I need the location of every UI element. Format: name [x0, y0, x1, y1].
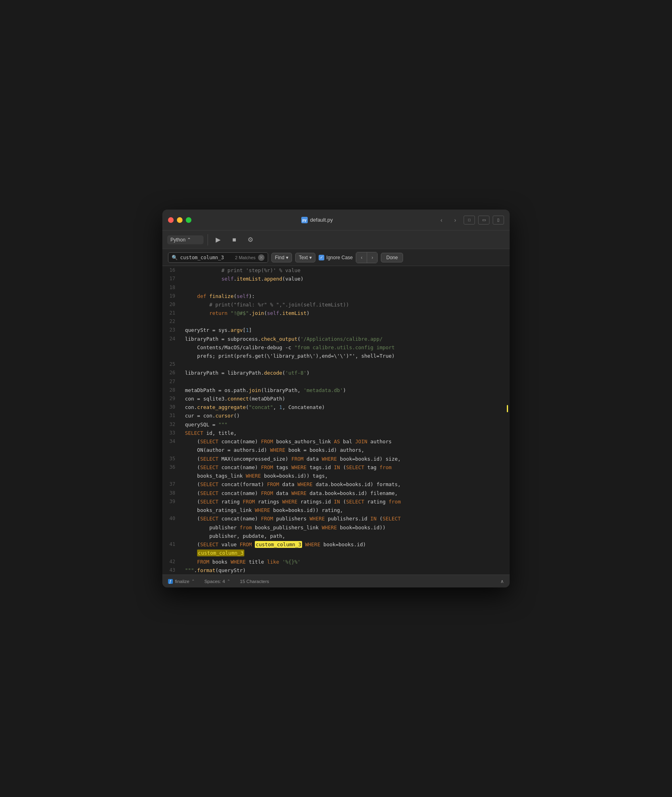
- code-container: 16 # print 'step(%r)' % value 17 self.it…: [162, 266, 510, 575]
- code-line-40c: publisher, pubdate, path,: [162, 532, 510, 540]
- code-line-21: 21 return "!@#$".join(self.itemList): [162, 309, 510, 317]
- line-content: [182, 283, 510, 292]
- file-type-icon: py: [301, 217, 308, 223]
- up-arrow-btn[interactable]: ∧: [500, 579, 504, 584]
- code-line-24b: Contents/MacOS/calibre-debug -c "from ca…: [162, 343, 510, 352]
- run-button[interactable]: ▶: [212, 234, 224, 245]
- forward-nav-icon[interactable]: ›: [450, 216, 460, 224]
- split-horiz-btn[interactable]: ▭: [478, 216, 489, 224]
- line-number: 19: [162, 292, 182, 300]
- chars-indicator[interactable]: 15 Characters: [240, 579, 269, 584]
- text-type-dropdown[interactable]: Text ▾: [295, 253, 315, 262]
- line-number: 16: [162, 266, 182, 275]
- single-pane-btn[interactable]: □: [464, 216, 475, 224]
- code-line-18: 18: [162, 283, 510, 292]
- search-box: 🔍 2 Matches ✕: [168, 252, 268, 263]
- language-selector[interactable]: Python ⌃: [167, 235, 204, 244]
- line-content: libraryPath = libraryPath.decode('utf-8'…: [182, 369, 510, 377]
- code-line-25: 25: [162, 360, 510, 369]
- code-line-38: 38 (SELECT concat(name) FROM data WHERE …: [162, 489, 510, 497]
- dropdown-arrow-icon: ▾: [309, 255, 312, 260]
- line-number: 35: [162, 455, 182, 463]
- line-number: [162, 446, 182, 454]
- line-content: (SELECT concat(format) FROM data WHERE d…: [182, 480, 510, 489]
- stop-button[interactable]: ■: [228, 234, 240, 245]
- clear-search-button[interactable]: ✕: [258, 254, 265, 261]
- find-navigation: ‹ ›: [356, 252, 378, 263]
- function-indicator[interactable]: ƒ finalize ⌃: [168, 579, 195, 584]
- done-button[interactable]: Done: [381, 253, 403, 262]
- language-label: Python: [170, 237, 185, 243]
- line-content: Contents/MacOS/calibre-debug -c "from ca…: [182, 343, 510, 352]
- find-type-dropdown[interactable]: Find ▾: [271, 253, 292, 262]
- line-number: 38: [162, 489, 182, 497]
- code-line-34: 34 (SELECT concat(name) FROM books_autho…: [162, 437, 510, 446]
- window-controls: ‹ › □ ▭ ▯: [436, 216, 504, 224]
- find-label: Find: [275, 255, 284, 260]
- line-number: [162, 352, 182, 360]
- line-number: 30: [162, 403, 182, 411]
- match-count: 2 Matches: [235, 255, 256, 260]
- minimize-button[interactable]: [177, 217, 183, 223]
- code-line-23: 23 queryStr = sys.argv[1]: [162, 326, 510, 334]
- code-line-31: 31 cur = con.cursor(): [162, 411, 510, 420]
- spaces-indicator[interactable]: Spaces: 4 ⌃: [204, 579, 230, 584]
- line-number: 25: [162, 360, 182, 369]
- find-next-button[interactable]: ›: [367, 252, 377, 263]
- line-content: custom_column_3: [182, 549, 510, 557]
- line-number: 36: [162, 463, 182, 472]
- line-content: metaDbPath = os.path.join(libraryPath, '…: [182, 386, 510, 394]
- line-number: 27: [162, 378, 182, 386]
- line-content: self.itemList.append(value): [182, 275, 510, 283]
- chevron-down-icon: ⌃: [187, 237, 191, 243]
- line-content: (SELECT rating FROM ratings WHERE rating…: [182, 497, 510, 506]
- text-type-label: Text: [299, 255, 308, 260]
- code-line-36b: books_tags_link WHERE book=books.id)) ta…: [162, 472, 510, 480]
- line-number: [162, 472, 182, 480]
- settings-button[interactable]: ⚙: [244, 234, 256, 245]
- ignore-case-option[interactable]: ✓ Ignore Case: [319, 255, 353, 260]
- titlebar: py default.py ‹ › □ ▭ ▯: [162, 210, 510, 231]
- line-number: [162, 343, 182, 352]
- line-content: querySQL = """: [182, 420, 510, 429]
- split-vert-btn[interactable]: ▯: [493, 216, 504, 224]
- line-content: (SELECT concat(name) FROM tags WHERE tag…: [182, 463, 510, 472]
- line-number: 29: [162, 394, 182, 403]
- spaces-label: Spaces: 4: [204, 579, 225, 584]
- scroll-indicator: [507, 405, 508, 412]
- code-editor[interactable]: 16 # print 'step(%r)' % value 17 self.it…: [162, 266, 510, 575]
- line-content: FROM books WHERE title like '%{}%': [182, 558, 510, 566]
- line-content: con = sqlite3.connect(metaDbPath): [182, 394, 510, 403]
- line-number: 37: [162, 480, 182, 489]
- line-number: 18: [162, 283, 182, 292]
- back-nav-icon[interactable]: ‹: [436, 216, 447, 224]
- code-line-36: 36 (SELECT concat(name) FROM tags WHERE …: [162, 463, 510, 472]
- code-line-39b: books_ratings_link WHERE book=books.id))…: [162, 506, 510, 514]
- find-prev-button[interactable]: ‹: [356, 252, 367, 263]
- code-line-22: 22: [162, 317, 510, 326]
- code-line-41: 41 (SELECT value FROM custom_column_3 WH…: [162, 540, 510, 549]
- line-number: 32: [162, 420, 182, 429]
- code-line-42: 42 FROM books WHERE title like '%{}%': [162, 558, 510, 566]
- line-content: # print 'step(%r)' % value: [182, 266, 510, 275]
- findbar: 🔍 2 Matches ✕ Find ▾ Text ▾ ✓ Ignore Cas…: [162, 249, 510, 266]
- window-title: default.py: [310, 217, 333, 223]
- line-number: 28: [162, 386, 182, 394]
- code-line-41b: custom_column_3: [162, 549, 510, 557]
- line-number: 17: [162, 275, 182, 283]
- line-content: SELECT id, title,: [182, 429, 510, 437]
- search-input[interactable]: [180, 255, 233, 260]
- line-number: 33: [162, 429, 182, 437]
- code-line-35: 35 (SELECT MAX(uncompressed_size) FROM d…: [162, 455, 510, 463]
- line-content: libraryPath = subprocess.check_output('/…: [182, 335, 510, 343]
- code-line-30: 30 con.create_aggregate("concat", 1, Con…: [162, 403, 510, 411]
- traffic-lights: [168, 217, 191, 223]
- close-button[interactable]: [168, 217, 174, 223]
- line-number: [162, 532, 182, 540]
- ignore-case-label: Ignore Case: [326, 255, 353, 260]
- toolbar-separator: [208, 234, 208, 245]
- line-number: 34: [162, 437, 182, 446]
- maximize-button[interactable]: [186, 217, 191, 223]
- ignore-case-checkbox[interactable]: ✓: [319, 255, 324, 260]
- line-content: [182, 360, 510, 369]
